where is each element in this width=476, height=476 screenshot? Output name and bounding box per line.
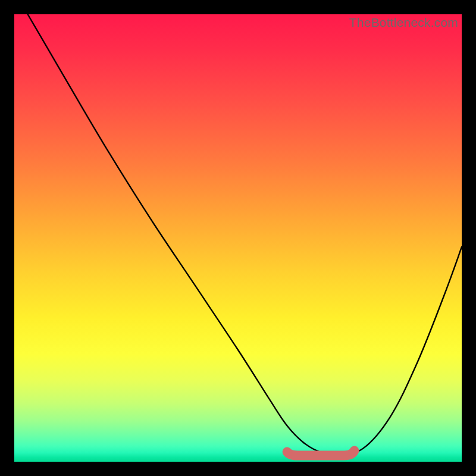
sweet-spot-highlight (287, 451, 355, 456)
watermark-text: TheBottleneck.com (349, 15, 458, 30)
plot-area: TheBottleneck.com (14, 14, 462, 462)
chart-frame: TheBottleneck.com (0, 0, 476, 476)
bottleneck-curve (28, 14, 462, 454)
curve-layer (14, 14, 462, 462)
